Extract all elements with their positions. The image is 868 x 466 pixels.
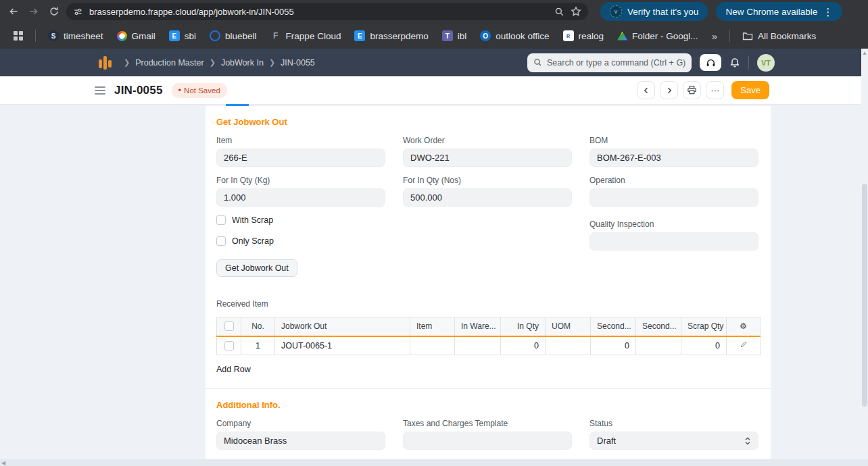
chrome-update-button[interactable]: New Chrome available ⋮ [716,2,842,21]
cell-in-warehouse[interactable] [455,336,501,355]
cell-in-qty[interactable]: 0 [501,336,546,355]
item-input[interactable]: 266-E [216,149,385,167]
bookmark-label: Gmail [132,31,155,41]
status-dot: • [178,85,182,95]
bookmark-brasserpdemo[interactable]: E brasserpdemo [349,28,433,44]
forward-icon[interactable] [26,3,42,20]
bookmark-bluebell[interactable]: bluebell [204,28,262,44]
cell-no[interactable]: 1 [241,336,275,355]
browser-menu-icon[interactable]: ⋮ [823,7,833,17]
bookmarks-overflow-icon[interactable]: » [706,30,723,42]
global-search[interactable] [527,53,692,72]
reload-icon[interactable] [46,3,62,20]
col-jobwork-out: Jobwork Out [275,317,410,336]
back-icon[interactable] [5,3,22,20]
company-input[interactable]: Midocean Brass [216,432,385,450]
search-input[interactable] [547,58,685,68]
help-button[interactable] [700,54,721,71]
bom-input[interactable]: BOM-267-E-003 [589,149,758,167]
for-in-qty-nos-input[interactable]: 500.000 [403,188,572,207]
bookmark-ibl[interactable]: T ibl [437,28,473,44]
cell-scrap-qty[interactable]: 0 [681,336,727,355]
select-value: Draft [597,436,616,446]
scroll-left-arrow-icon[interactable]: ◀ [1,460,5,466]
search-icon[interactable] [554,7,564,17]
select-all-checkbox[interactable] [224,321,234,331]
get-jobwork-out-button[interactable]: Get Jobwork Out [216,259,297,277]
sidebar-toggle-icon[interactable] [95,86,105,95]
screen: brasserpdemo.frappe.cloud/app/jobwork-in… [0,0,868,466]
site-settings-icon[interactable] [73,7,83,17]
apps-grid-icon[interactable] [8,28,28,43]
vertical-scrollbar-thumb[interactable] [862,184,867,407]
col-no: No. [241,317,275,336]
scroll-up-arrow-icon[interactable]: ▲ [862,50,867,56]
bookmark-outlook[interactable]: O outlook office [475,28,554,44]
cell-secondary-a[interactable]: 0 [591,336,636,355]
row-edit-pencil-icon[interactable] [727,336,761,355]
horizontal-scrollbar[interactable]: ◀ [0,459,868,466]
only-scrap-checkbox[interactable] [216,236,226,246]
next-document-button[interactable] [660,81,678,99]
bookmark-frappe-cloud[interactable]: F Frappe Cloud [265,28,347,44]
cell-jobwork-out[interactable]: JOUT-0065-1 [275,336,410,355]
status-select[interactable]: Draft [589,432,758,450]
headphones-icon [706,58,716,68]
url-text[interactable]: brasserpdemo.frappe.cloud/app/jobwork-in… [89,7,548,17]
cell-uom[interactable] [546,336,591,355]
field-label: Status [589,419,758,428]
browser-toolbar: brasserpdemo.frappe.cloud/app/jobwork-in… [0,0,868,23]
all-bookmarks-button[interactable]: All Bookmarks [737,28,821,44]
work-order-input[interactable]: DWO-221 [403,149,572,167]
print-button[interactable] [683,81,701,99]
app-navbar: ❯ Production Master ❯ JobWork In ❯ JIN-0… [0,49,868,76]
user-avatar[interactable]: VT [757,54,775,72]
breadcrumb-jin-0055[interactable]: JIN-0055 [281,58,315,68]
with-scrap-checkbox[interactable] [216,215,226,225]
bookmark-gmail[interactable]: Gmail [112,28,161,44]
realog-favicon: R [563,30,574,41]
table-settings-gear-icon[interactable]: ⚙ [727,317,761,336]
add-row-button[interactable]: Add Row [216,365,251,374]
taxes-template-input[interactable] [403,432,572,450]
notifications-bell-icon[interactable] [729,57,740,68]
quality-inspection-input[interactable] [589,232,758,251]
verify-profile-button[interactable]: v Verify that it's you [600,2,708,21]
active-tab-indicator[interactable] [226,104,249,106]
divider [748,56,749,70]
row-checkbox[interactable] [224,341,234,351]
vertical-scrollbar[interactable]: ▲ [861,49,868,466]
breadcrumb-jobwork-in[interactable]: JobWork In [221,58,264,68]
bookmark-sbi[interactable]: E sbi [164,28,201,44]
erp-favicon: E [169,30,180,41]
field-label: Item [216,136,385,145]
for-in-qty-kg-input[interactable]: 1.000 [216,188,385,207]
received-item-label: Received Item [216,299,760,309]
with-scrap-checkbox-row[interactable]: With Scrap [216,215,385,225]
col-in-warehouse: In Ware... [455,317,501,336]
bookmark-realog[interactable]: R realog [558,28,610,44]
more-actions-button[interactable]: ··· [706,81,724,99]
field-for-in-qty-kg: For In Qty (Kg) 1.000 [216,176,385,207]
bookmark-label: outlook office [496,31,549,41]
column-middle: For In Qty (Nos) 500.000 [403,176,572,277]
app-logo-icon[interactable] [99,55,112,71]
field-label: For In Qty (Kg) [216,176,385,185]
cell-item[interactable] [410,336,455,355]
only-scrap-checkbox-row[interactable]: Only Scrap [216,236,385,246]
field-label: Work Order [403,136,572,145]
divider [35,30,36,42]
bookmark-star-icon[interactable] [571,6,581,17]
section-heading-additional-info: Additional Info. [216,400,760,410]
bluebell-favicon [210,30,220,41]
field-operation: Operation [589,176,758,207]
cell-secondary-b[interactable] [636,336,681,355]
breadcrumb-production-master[interactable]: Production Master [135,58,203,68]
bookmark-label: sbi [185,31,196,41]
save-button[interactable]: Save [731,81,769,99]
bookmark-timesheet[interactable]: S timesheet [43,28,109,44]
bookmark-drive-folder[interactable]: Folder - Googl... [612,28,704,44]
prev-document-button[interactable] [637,81,655,99]
address-bar[interactable]: brasserpdemo.frappe.cloud/app/jobwork-in… [66,3,588,20]
operation-input[interactable] [589,188,758,207]
